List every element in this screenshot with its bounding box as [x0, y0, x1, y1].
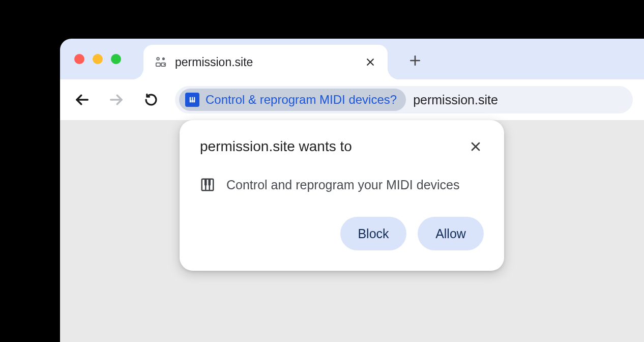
tab-title: permission.site — [175, 55, 363, 69]
permission-description: Control and reprogram your MIDI devices — [226, 178, 460, 192]
tab-strip: permission.site — [60, 39, 644, 79]
permission-prompt: permission.site wants to Control and rep… — [180, 120, 504, 271]
forward-button[interactable] — [106, 89, 127, 110]
svg-rect-20 — [202, 179, 214, 191]
permission-row: Control and reprogram your MIDI devices — [200, 177, 484, 192]
svg-rect-17 — [193, 97, 194, 100]
piano-icon — [200, 177, 215, 192]
window-minimize-button[interactable] — [93, 54, 103, 64]
toolbar: Control & reprogram MIDI devices? permis… — [60, 79, 644, 120]
permission-chip-label: Control & reprogram MIDI devices? — [206, 93, 397, 107]
back-button[interactable] — [71, 89, 93, 110]
window-controls — [74, 54, 121, 64]
svg-rect-14 — [192, 97, 193, 103]
window-close-button[interactable] — [74, 54, 84, 64]
browser-tab[interactable]: permission.site — [143, 45, 388, 79]
svg-rect-24 — [209, 179, 211, 186]
permission-actions: Block Allow — [200, 217, 484, 250]
svg-point-5 — [164, 64, 165, 66]
permissions-favicon-icon — [154, 55, 168, 69]
address-bar-url: permission.site — [413, 93, 498, 107]
block-button[interactable]: Block — [340, 217, 406, 250]
reload-button[interactable] — [140, 89, 162, 110]
permission-prompt-header: permission.site wants to — [200, 138, 484, 155]
address-bar[interactable]: Control & reprogram MIDI devices? permis… — [175, 86, 633, 113]
svg-rect-3 — [156, 63, 160, 67]
permission-chip[interactable]: Control & reprogram MIDI devices? — [179, 89, 406, 111]
svg-rect-16 — [191, 97, 192, 100]
permission-prompt-title: permission.site wants to — [200, 138, 352, 155]
midi-icon — [185, 93, 199, 107]
tab-close-button[interactable] — [363, 55, 377, 69]
window-fullscreen-button[interactable] — [111, 54, 121, 64]
new-tab-button[interactable] — [403, 48, 427, 73]
svg-rect-23 — [204, 179, 207, 186]
permission-close-button[interactable] — [467, 138, 484, 155]
browser-window: permission.site — [60, 39, 644, 342]
allow-button[interactable]: Allow — [418, 217, 484, 250]
svg-point-0 — [157, 58, 159, 60]
